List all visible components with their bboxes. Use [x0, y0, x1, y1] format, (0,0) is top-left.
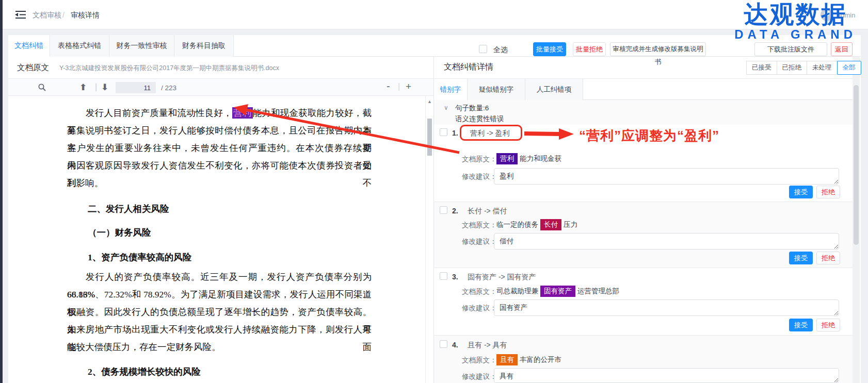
user-avatar[interactable]	[821, 8, 833, 21]
filter-accepted[interactable]: 已接受	[746, 61, 777, 75]
download-annotated-button[interactable]: 下载批注版文件	[754, 42, 827, 56]
document-text: 发行人目前资产质量和流动性良好，营利能力和现金获取能力较好，截至本 募集说明书签…	[67, 104, 372, 380]
accept-button[interactable]: 接受	[789, 186, 813, 198]
reject-button[interactable]: 拒绝	[816, 319, 840, 331]
item-correction-title: 长付 -> 偿付	[468, 207, 507, 216]
doc-heading: 2、债务规模增长较快的风险	[67, 363, 372, 380]
detail-panel-title: 文档纠错详情	[444, 62, 493, 73]
error-chip: 且有	[496, 354, 518, 365]
item-checkbox[interactable]	[440, 340, 447, 348]
item-actions: 接受 拒绝	[789, 186, 840, 198]
select-all-label: 全选	[493, 45, 508, 55]
scroll-up-arrow-icon[interactable]: ▲	[427, 99, 432, 104]
filter-all[interactable]: 全部	[837, 61, 861, 75]
collapsed-sidebar	[0, 0, 3, 383]
tab-suspected-typo[interactable]: 疑似错别字	[468, 79, 525, 100]
scrollbar-thumb[interactable]	[427, 119, 432, 156]
item-correction-title: 固有资产 -> 国有资产	[468, 273, 536, 282]
suggest-label: 修改建议：	[462, 172, 497, 181]
suggestion-textarea[interactable]: 盈利	[494, 168, 839, 185]
finish-review-button[interactable]: 审核完成并生成修改版募集说明书	[610, 42, 706, 56]
error-type: 语义连贯性错误	[455, 114, 504, 124]
error-chip: 长付	[540, 219, 561, 230]
orig-context: 营利能力和现金获	[496, 153, 561, 164]
tab-finance-subject[interactable]: 财务科目抽取	[174, 35, 234, 57]
correction-item: 3. 固有资产 -> 国有资产 文档原文： 司总裁助理兼固有资产运营管理总部 修…	[434, 268, 853, 336]
filter-rejected[interactable]: 已拒绝	[777, 61, 808, 75]
doc-error-highlight[interactable]: 营利	[232, 107, 253, 119]
tab-doc-correction[interactable]: 文档纠错	[8, 35, 50, 57]
menu-fold-icon[interactable]	[15, 10, 26, 19]
reject-button[interactable]: 拒绝	[816, 252, 840, 264]
zoom-separator: |	[398, 82, 400, 91]
detail-tab-bar: 错别字 疑似错别字 人工纠错项	[434, 78, 853, 100]
annotation-red-box	[460, 125, 522, 141]
orig-label: 文档原文：	[462, 356, 497, 365]
error-chip: 营利	[496, 153, 518, 164]
batch-reject-button[interactable]: 批量拒绝	[573, 42, 606, 56]
zoom-out-button[interactable]: -	[387, 80, 390, 92]
doc-line: 发行人的资产负债率较高。近三年及一期，发行人资产负债率分别为 66.86%、	[67, 268, 372, 286]
status-filter-group: 已接受 已拒绝 未处理 全部	[747, 61, 861, 75]
suggestion-textarea[interactable]: 偿付	[494, 233, 839, 249]
top-header: 文档审核 / 审核详情	[3, 0, 868, 29]
orig-label: 文档原文：	[462, 287, 497, 296]
doc-toolbar: ⬆ | ⬇ / 223 - | +	[8, 78, 433, 96]
batch-accept-button[interactable]: 批量接受	[533, 42, 566, 56]
tab-typo[interactable]: 错别字	[434, 79, 468, 100]
doc-panel-title: 文档原文	[17, 62, 49, 73]
doc-line: 果因客观原因导致发行人资信发生不利变化，亦将可能使本次债券投资者受到不	[67, 157, 372, 174]
suggest-label: 修改建议：	[462, 372, 497, 381]
suggest-label: 修改建议：	[462, 304, 497, 313]
zoom-in-button[interactable]: +	[406, 81, 411, 92]
suggestion-textarea[interactable]: 国有资产	[494, 299, 839, 316]
breadcrumb-current: 审核详情	[71, 11, 100, 20]
search-icon[interactable]	[38, 84, 46, 93]
username[interactable]: admin	[837, 11, 855, 19]
back-button[interactable]: 返回	[831, 42, 853, 56]
sentence-count: 句子数量:6	[455, 104, 489, 113]
chevron-down-icon[interactable]: ∨	[444, 104, 448, 111]
select-all-checkbox[interactable]	[479, 45, 487, 53]
document-viewer[interactable]: 发行人目前资产质量和流动性良好，营利能力和现金获取能力较好，截至本 募集说明书签…	[8, 96, 425, 383]
item-number: 1.	[452, 129, 458, 137]
accept-button[interactable]: 接受	[789, 252, 813, 264]
detail-scrollbar[interactable]	[853, 57, 860, 383]
item-checkbox[interactable]	[440, 206, 447, 214]
annotation-text: “营利”应调整为“盈利”	[579, 127, 719, 145]
doc-line: 极融资。因此发行人的负债总额呈现了逐年增长的趋势，资产负债率较高。如果	[67, 303, 372, 321]
tab-table-format[interactable]: 表格格式纠错	[50, 35, 109, 57]
document-scrollbar[interactable]: ▲	[425, 96, 433, 383]
accept-button[interactable]: 接受	[789, 319, 813, 331]
doc-line: 客户发生的重要业务往来中，未曾发生任何严重违约。在本次债券存续期内，如	[67, 139, 372, 157]
page-down-icon[interactable]: ⬇	[101, 82, 108, 93]
orig-label: 文档原文：	[462, 155, 497, 164]
doc-heading: 二、发行人相关风险	[67, 200, 372, 218]
scrollbar-thumb[interactable]	[854, 85, 859, 245]
item-checkbox[interactable]	[440, 128, 447, 136]
tab-manual-correction[interactable]: 人工纠错项	[525, 79, 583, 100]
filter-pending[interactable]: 未处理	[807, 61, 838, 75]
item-number: 4.	[452, 341, 458, 349]
item-correction-title: 且有 -> 具有	[468, 341, 507, 350]
suggestion-textarea[interactable]: 具有	[494, 368, 839, 383]
breadcrumb-section[interactable]: 文档审核	[33, 11, 61, 20]
sentence-group-header: ∨ 句子数量:6 语义连贯性错误	[434, 100, 853, 125]
page: 文档审核 / 审核详情 admin 达观数据 DATA GRAND 文档纠错 表…	[0, 0, 868, 383]
orig-context: 临一定的债务长付压力	[496, 219, 577, 230]
tab-finance-consistency[interactable]: 财务一致性审核	[109, 35, 174, 57]
reject-button[interactable]: 拒绝	[816, 186, 840, 198]
item-checkbox[interactable]	[440, 272, 447, 280]
item-number: 2.	[452, 207, 458, 215]
page-total: / 223	[161, 84, 176, 92]
page-up-icon[interactable]: ⬆	[79, 82, 87, 93]
doc-filename: Y-3北京城建投资发展股份有限公司2017年度第一期中期票据募集说明书.docx	[59, 64, 279, 73]
doc-line: 68.13%、72.32%和 78.92%。为了满足新项目建设需求，发行人运用不…	[67, 286, 372, 303]
page-number-input[interactable]	[116, 82, 156, 93]
breadcrumb-separator: /	[62, 11, 65, 19]
orig-label: 文档原文：	[462, 221, 497, 230]
error-chip: 固有资产	[540, 286, 575, 297]
doc-line: 发行人目前资产质量和流动性良好，营利能力和现金获取能力较好，截至本	[67, 104, 372, 122]
doc-line: 募集说明书签订之日，发行人能够按时偿付债务本息，且公司在报告期内与主要	[67, 122, 372, 139]
doc-heading: （一）财务风险	[67, 224, 372, 241]
